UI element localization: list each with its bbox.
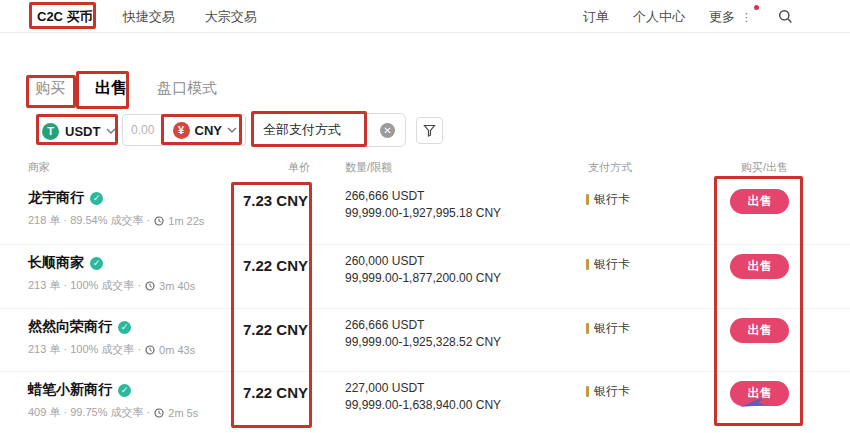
amount-cell: 266,666 USDT 99,999.00-1,927,995.18 CNY [345, 188, 501, 222]
merchant-name[interactable]: 龙宇商行 [28, 189, 84, 207]
verified-badge-icon: ✓ [118, 321, 131, 334]
nav-item-c2c-buy[interactable]: C2C 买币 [37, 8, 93, 26]
price-cell: 7.23 CNY [230, 192, 308, 209]
tab-buy[interactable]: 购买 [35, 79, 65, 98]
available-amount: 227,000 USDT [345, 380, 501, 397]
order-limit: 99,999.00-1,925,328.52 CNY [345, 334, 501, 351]
merchant-name[interactable]: 然然向荣商行 [28, 318, 112, 336]
avg-time: 1m 22s [168, 215, 204, 227]
nav-item-express-trade[interactable]: 快捷交易 [123, 8, 175, 26]
nav-item-block-trade[interactable]: 大宗交易 [205, 8, 257, 26]
payment-cell: 银行卡 [586, 256, 630, 273]
merchant-stats-text: 218 单 · 89.54% 成交率 · [28, 213, 150, 228]
price-cell: 7.22 CNY [230, 384, 308, 401]
payment-method-label: 银行卡 [594, 256, 630, 273]
table-row: 蜡笔小新商行 ✓ 409 单 · 99.75% 成交率 · 2m 5s 7.22… [0, 371, 850, 433]
amount-cell: 260,000 USDT 99,999.00-1,877,200.00 CNY [345, 253, 501, 287]
payment-method-label: 银行卡 [594, 191, 630, 208]
clock-icon [145, 281, 155, 291]
clock-icon [154, 408, 164, 418]
chevron-down-icon [227, 127, 237, 133]
sell-button[interactable]: 出售 [730, 189, 789, 214]
column-header-amount: 数量/限额 [345, 160, 392, 175]
verified-badge-icon: ✓ [118, 384, 131, 397]
tab-sell[interactable]: 出售 [95, 78, 127, 99]
clear-icon[interactable]: ✕ [380, 123, 395, 138]
trade-side-tabs: 购买 出售 盘口模式 [35, 78, 217, 99]
avg-time: 2m 5s [168, 407, 198, 419]
amount-input[interactable] [131, 123, 165, 137]
crypto-select-value: USDT [65, 124, 100, 139]
notification-dot [754, 5, 759, 10]
nav-item-orders[interactable]: 订单 [583, 8, 609, 26]
more-menu-icon: ⋮ [741, 11, 752, 23]
table-row: 然然向荣商行 ✓ 213 单 · 100% 成交率 · 0m 43s 7.22 … [0, 308, 850, 371]
merchant-stats: 213 单 · 100% 成交率 · 0m 43s [28, 342, 195, 357]
verified-badge-icon: ✓ [90, 192, 103, 205]
sell-button[interactable]: 出售 [730, 381, 789, 406]
table-row: 长顺商家 ✓ 213 单 · 100% 成交率 · 3m 40s 7.22 CN… [0, 244, 850, 307]
payment-method-input[interactable] [263, 123, 380, 138]
search-icon[interactable] [776, 8, 794, 26]
merchant-name[interactable]: 蜡笔小新商行 [28, 381, 112, 399]
table-row: 龙宇商行 ✓ 218 单 · 89.54% 成交率 · 1m 22s 7.23 … [0, 180, 850, 243]
payment-cell: 银行卡 [586, 320, 630, 337]
bank-card-indicator-icon [586, 386, 589, 397]
amount-cell: 227,000 USDT 99,999.00-1,638,940.00 CNY [345, 380, 501, 414]
available-amount: 266,666 USDT [345, 188, 501, 205]
amount-fiat-group: ¥ CNY [122, 114, 246, 146]
price-cell: 7.22 CNY [230, 257, 308, 274]
payment-method-filter[interactable]: ✕ [252, 113, 406, 147]
funnel-icon [423, 124, 436, 137]
clock-icon [145, 345, 155, 355]
bank-card-indicator-icon [586, 259, 589, 270]
nav-more-label: 更多 [709, 9, 735, 24]
verified-badge-icon: ✓ [90, 257, 103, 270]
available-amount: 260,000 USDT [345, 253, 501, 270]
merchant-stats-text: 213 单 · 100% 成交率 · [28, 342, 141, 357]
payment-cell: 银行卡 [586, 383, 630, 400]
table-header: 商家 单价 数量/限额 支付方式 购买/出售 [0, 160, 850, 178]
merchant-stats-text: 213 单 · 100% 成交率 · [28, 278, 141, 293]
available-amount: 266,666 USDT [345, 317, 501, 334]
payment-cell: 银行卡 [586, 191, 630, 208]
merchant-stats: 218 单 · 89.54% 成交率 · 1m 22s [28, 213, 204, 228]
fiat-select-value: CNY [195, 123, 222, 138]
filter-bar: T USDT ¥ CNY ✕ [0, 113, 850, 149]
nav-item-profile[interactable]: 个人中心 [633, 8, 685, 26]
bank-card-indicator-icon [586, 194, 589, 205]
amount-cell: 266,666 USDT 99,999.00-1,925,328.52 CNY [345, 317, 501, 351]
nav-item-more[interactable]: 更多⋮ [709, 8, 752, 26]
sell-button[interactable]: 出售 [730, 254, 789, 279]
column-header-action: 购买/出售 [741, 160, 788, 175]
order-limit: 99,999.00-1,638,940.00 CNY [345, 397, 501, 414]
clock-icon [154, 216, 164, 226]
avg-time: 0m 43s [159, 344, 195, 356]
merchant-stats: 213 单 · 100% 成交率 · 3m 40s [28, 278, 195, 293]
filter-funnel-button[interactable] [416, 117, 443, 144]
price-cell: 7.22 CNY [230, 321, 308, 338]
chevron-down-icon [106, 128, 116, 134]
order-limit: 99,999.00-1,877,200.00 CNY [345, 270, 501, 287]
merchant-name[interactable]: 长顺商家 [28, 254, 84, 272]
usdt-icon: T [42, 123, 59, 140]
column-header-merchant: 商家 [28, 160, 50, 175]
payment-method-label: 银行卡 [594, 383, 630, 400]
fiat-select[interactable]: ¥ CNY [173, 122, 237, 139]
merchant-stats: 409 单 · 99.75% 成交率 · 2m 5s [28, 405, 198, 420]
payment-method-label: 银行卡 [594, 320, 630, 337]
order-limit: 99,999.00-1,927,995.18 CNY [345, 205, 501, 222]
merchant-stats-text: 409 单 · 99.75% 成交率 · [28, 405, 150, 420]
bank-card-indicator-icon [586, 323, 589, 334]
avg-time: 3m 40s [159, 280, 195, 292]
column-header-price: 单价 [232, 160, 310, 175]
c2c-trading-page: C2C 买币 快捷交易 大宗交易 订单 个人中心 更多⋮ 购买 出售 盘口模式 … [0, 0, 850, 433]
crypto-select[interactable]: T USDT [42, 117, 116, 145]
sell-button[interactable]: 出售 [730, 318, 789, 343]
column-header-payment: 支付方式 [588, 160, 632, 175]
tab-orderbook-mode[interactable]: 盘口模式 [157, 79, 217, 98]
top-navigation: C2C 买币 快捷交易 大宗交易 订单 个人中心 更多⋮ [0, 0, 850, 33]
cny-icon: ¥ [173, 122, 190, 139]
